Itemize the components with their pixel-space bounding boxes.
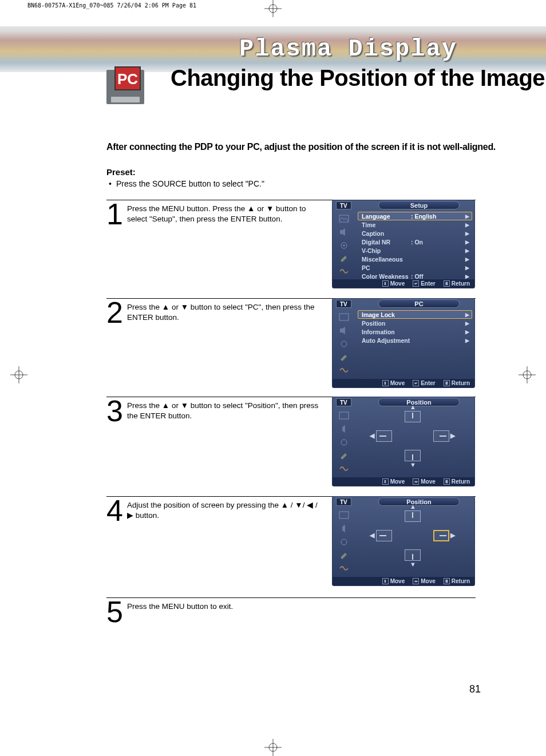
step-number: 1	[106, 199, 121, 229]
osd-title: PC	[378, 299, 460, 308]
osd-position-menu-selected: TV Position ▲ ▼ ◀ ▶ ⇕Move ⇔Move ⅢReturn	[332, 496, 475, 586]
osd-menu-item[interactable]: Image Lock▶	[358, 310, 472, 319]
footer-move: Move	[421, 578, 436, 584]
arrow-right-icon: ▶	[450, 432, 455, 440]
osd-item-value: : On	[411, 239, 423, 246]
return-icon: Ⅲ	[444, 380, 450, 386]
position-right-selected[interactable]	[433, 530, 449, 541]
return-icon: Ⅲ	[444, 280, 450, 287]
osd-tv-badge: TV	[336, 300, 351, 308]
function-icon	[338, 266, 350, 277]
osd-footer: ⇕Move ⇔Move ⅢReturn	[333, 576, 474, 585]
chevron-right-icon: ▶	[465, 231, 469, 236]
svg-rect-24	[339, 512, 349, 518]
channel-icon	[338, 338, 350, 349]
page-number: 81	[469, 683, 481, 695]
position-left[interactable]	[376, 530, 392, 541]
svg-marker-22	[342, 425, 345, 433]
svg-rect-18	[340, 328, 342, 333]
osd-menu-item[interactable]: Miscellaneous▶	[358, 255, 472, 263]
channel-icon	[338, 536, 350, 547]
return-icon: Ⅲ	[444, 478, 450, 485]
sound-icon	[338, 226, 350, 238]
step-number: 2	[106, 298, 121, 327]
osd-menu-item[interactable]: Color Weakness: Off▶	[358, 272, 472, 280]
osd-menu-item[interactable]: Digital NR: On▶	[358, 238, 472, 246]
position-up[interactable]	[405, 411, 421, 422]
osd-menu-item[interactable]: Time▶	[358, 220, 472, 229]
position-pad: ▲ ▼ ◀ ▶	[355, 407, 474, 477]
step-text: Press the MENU button. Press the ▲ or ▼ …	[127, 204, 322, 224]
picture-icon	[338, 410, 350, 421]
osd-menu-item[interactable]: Information▶	[358, 327, 472, 336]
brand-title: Plasma Display	[239, 35, 457, 63]
chevron-right-icon: ▶	[465, 213, 469, 219]
osd-menu-item[interactable]: Auto Adjustment▶	[358, 336, 472, 345]
updown-icon: ⇕	[382, 280, 389, 287]
osd-menu-item[interactable]: PC▶	[358, 263, 472, 272]
intro-text: After connecting the PDP to your PC, adj…	[106, 142, 496, 152]
footer-enter: Enter	[421, 280, 436, 287]
preset-heading: Preset:	[106, 167, 136, 177]
footer-return: Return	[452, 478, 470, 485]
chevron-right-icon: ▶	[465, 239, 469, 245]
enter-icon: ↵	[413, 380, 419, 386]
osd-menu-item[interactable]: Caption▶	[358, 229, 472, 238]
step-5: 5 Press the MENU button to exit.	[106, 597, 476, 612]
setup-icon	[338, 252, 350, 264]
function-icon	[338, 463, 350, 474]
footer-move: Move	[390, 380, 405, 386]
svg-point-20	[341, 341, 347, 347]
position-left[interactable]	[376, 430, 392, 442]
osd-menu-item[interactable]: Language: English▶	[358, 212, 472, 220]
position-down[interactable]	[405, 549, 421, 561]
svg-rect-21	[339, 412, 349, 419]
channel-icon	[338, 239, 350, 251]
page-title: Changing the Position of the Image	[171, 65, 545, 91]
osd-item-label: Auto Adjustment	[362, 337, 410, 344]
osd-item-label: Image Lock	[362, 311, 395, 318]
setup-icon	[338, 351, 350, 363]
osd-footer: ⇕Move ⇔Move ⅢReturn	[333, 477, 474, 486]
svg-marker-19	[342, 327, 345, 334]
position-down[interactable]	[405, 450, 421, 461]
step-number: 4	[106, 496, 121, 525]
pc-section-icon: PC	[106, 66, 149, 104]
osd-title: Setup	[378, 201, 460, 209]
position-right[interactable]	[433, 430, 449, 442]
position-up[interactable]	[405, 510, 421, 522]
footer-return: Return	[452, 380, 470, 386]
svg-point-16	[343, 244, 345, 246]
osd-item-label: Digital NR	[362, 239, 390, 246]
osd-pc-menu: TV PC Image Lock▶Position▶Information▶Au…	[332, 298, 475, 388]
position-pad: ▲ ▼ ◀ ▶	[355, 507, 474, 576]
osd-position-menu: TV Position ▲ ▼ ◀ ▶ ⇕Move ⇔Move ⅢReturn	[332, 397, 475, 486]
step-number: 3	[106, 396, 121, 426]
svg-point-26	[341, 539, 347, 545]
arrow-left-icon: ◀	[370, 532, 374, 539]
osd-tv-badge: TV	[336, 398, 351, 406]
bullet: •	[109, 179, 112, 188]
svg-point-23	[341, 440, 347, 445]
footer-enter: Enter	[421, 380, 436, 386]
svg-marker-25	[342, 525, 345, 532]
sound-icon	[338, 523, 350, 534]
leftright-icon: ⇔	[413, 578, 419, 584]
function-icon	[338, 365, 350, 376]
picture-icon	[338, 311, 350, 323]
pc-badge-label: PC	[114, 66, 141, 90]
function-icon	[338, 563, 350, 574]
chevron-right-icon: ▶	[465, 256, 469, 262]
chevron-right-icon: ▶	[465, 265, 469, 271]
osd-category-icons	[333, 211, 355, 279]
osd-menu-item[interactable]: Position▶	[358, 319, 472, 327]
enter-icon: ↵	[413, 280, 419, 287]
chevron-right-icon: ▶	[465, 338, 469, 343]
osd-tv-badge: TV	[336, 201, 351, 209]
sound-icon	[338, 423, 350, 434]
osd-menu-item[interactable]: V-Chip▶	[358, 246, 472, 255]
osd-item-label: Time	[362, 221, 375, 228]
osd-item-label: Position	[362, 320, 385, 327]
registration-mark-top	[264, 0, 282, 17]
channel-icon	[338, 436, 350, 448]
